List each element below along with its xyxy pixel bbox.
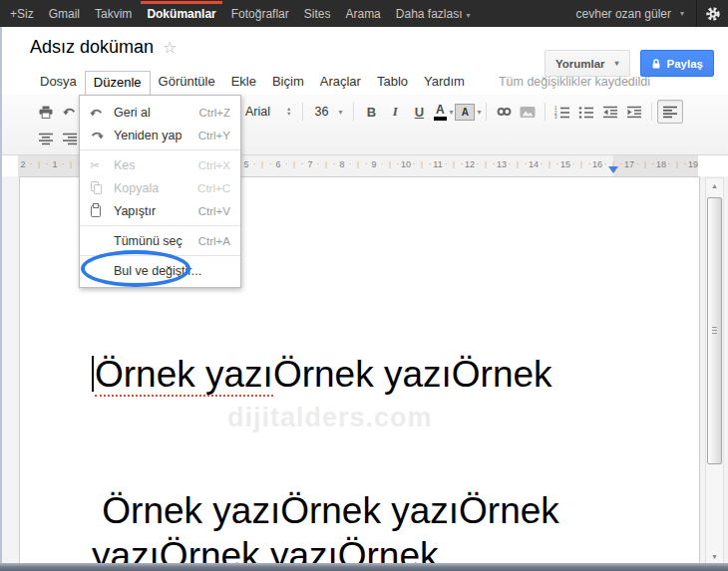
ruler-tick: ·: [541, 158, 544, 168]
ruler-tick: |: [421, 159, 423, 168]
font-size-select[interactable]: 36 ▾: [308, 105, 348, 119]
ruler-tick: ·: [317, 158, 320, 168]
bulleted-list-button[interactable]: [574, 101, 598, 123]
ruler-tick: ·: [509, 158, 512, 168]
align-left-button[interactable]: [657, 100, 683, 124]
ruler-tick: ·: [572, 158, 575, 168]
bulleted-list-icon: [578, 106, 594, 119]
menubar-item-dosya[interactable]: Dosya: [32, 71, 85, 92]
google-docs-window: +SizGmailTakvimDokümanlarFotoğraflarSite…: [0, 0, 728, 571]
edit-menu-item-bul-ve-degistir[interactable]: Bul ve değiştir...: [80, 259, 240, 282]
right-indent-marker[interactable]: [608, 166, 618, 173]
redo-icon: [90, 129, 114, 143]
topbar-nav: +SizGmailTakvimDokümanlarFotoğraflarSite…: [0, 1, 471, 27]
ruler-tick: |: [485, 159, 487, 168]
menubar-items: DosyaDüzenleGörüntüleEkleBiçimAraçlarTab…: [32, 71, 473, 93]
topbar-item-dokumanlar[interactable]: Dokümanlar: [147, 1, 215, 27]
menubar-item-araclar[interactable]: Araçlar: [312, 71, 369, 92]
numbered-list-button[interactable]: 123: [550, 101, 574, 123]
toolbar-divider: [486, 103, 487, 121]
print-button[interactable]: [34, 101, 58, 123]
ruler-tick: ·: [285, 158, 288, 168]
ruler-tick: ·: [588, 158, 591, 168]
vertical-scrollbar[interactable]: ▲ ▼: [705, 177, 724, 565]
ruler-number: 11: [433, 159, 442, 169]
ruler-tick: ·: [413, 158, 416, 168]
topbar-item-daha-fazlasi[interactable]: Daha fazlası▾: [396, 1, 471, 27]
ruler-number: 14: [529, 159, 539, 169]
edit-menu-item-yapistir[interactable]: YapıştırCtrl+V: [80, 199, 240, 222]
ruler-number: 19: [688, 159, 698, 169]
menubar-item-bicim[interactable]: Biçim: [264, 71, 312, 92]
menu-item-label: Yapıştır: [114, 204, 198, 218]
edit-menu-item-yeniden-yap[interactable]: Yeniden yapCtrl+Y: [80, 124, 240, 146]
user-account-menu[interactable]: cevher ozan güler ▾: [564, 7, 696, 21]
ruler-tick: ·: [556, 158, 559, 168]
undo-icon: [63, 106, 77, 118]
share-button[interactable]: Paylaş: [640, 50, 714, 77]
align-right-icon: [62, 133, 78, 145]
scissors-icon: ✂: [90, 158, 114, 172]
topbar-item-arama[interactable]: Arama: [345, 1, 380, 27]
scrollbar-thumb[interactable]: [707, 197, 722, 464]
ruler-tick: |: [580, 159, 582, 168]
menu-item-shortcut: Ctrl+X: [198, 159, 230, 171]
document-title[interactable]: Adsız doküman: [30, 37, 154, 58]
italic-button[interactable]: I: [385, 104, 405, 120]
insert-image-button[interactable]: [516, 101, 540, 123]
font-family-select[interactable]: Arial ▲▼: [239, 105, 297, 119]
gear-icon: [705, 6, 721, 22]
chevron-down-icon[interactable]: ▾: [477, 108, 481, 117]
scroll-down-button[interactable]: ▼: [706, 549, 723, 564]
ruler-tick: ·: [333, 158, 336, 168]
menu-item-shortcut: Ctrl+V: [198, 205, 230, 217]
spinner-icon: ▲▼: [286, 107, 291, 117]
menubar-item-goruntule[interactable]: Görüntüle: [151, 71, 223, 92]
ruler-tick: ·: [477, 158, 480, 168]
link-icon: [497, 106, 512, 118]
misspelled-text[interactable]: Örnek yazı: [95, 354, 273, 397]
ruler-tick: |: [548, 159, 550, 168]
scroll-up-button[interactable]: ▲: [706, 178, 723, 193]
insert-link-button[interactable]: [492, 101, 516, 123]
menubar-item-duzenle[interactable]: Düzenle: [85, 71, 151, 97]
star-icon[interactable]: ☆: [163, 38, 177, 57]
doc-text-line[interactable]: Örnek yazıÖrnek yazıÖrnek: [92, 488, 559, 534]
scrollbar-grip: [712, 327, 717, 334]
increase-indent-button[interactable]: [622, 101, 646, 123]
edit-menu-item-geri-al[interactable]: Geri alCtrl+Z: [80, 101, 240, 124]
text-color-button[interactable]: A: [431, 101, 449, 123]
scroll-down-icon: ▼: [711, 553, 718, 560]
doc-text[interactable]: Örnek yazıÖrnek: [273, 354, 552, 395]
ruler-tick: ·: [429, 158, 432, 168]
ruler-tick: ·: [636, 158, 639, 168]
topbar-item-+siz[interactable]: +Siz: [10, 1, 34, 27]
edit-menu-item-tumunu-sec[interactable]: Tümünü seçCtrl+A: [80, 229, 240, 252]
settings-gear-button[interactable]: [696, 0, 728, 27]
doc-text-line[interactable]: Örnek yazıÖrnek yazıÖrnek: [92, 352, 559, 398]
ruler-number: 16: [592, 159, 602, 169]
ruler-tick: |: [357, 159, 359, 168]
toolbar-divider: [353, 103, 354, 121]
topbar-item-sites[interactable]: Sites: [304, 1, 331, 27]
menubar-item-yardim[interactable]: Yardım: [416, 71, 473, 92]
decrease-indent-button[interactable]: [598, 101, 622, 123]
ruler-tick: ·: [397, 158, 400, 168]
edit-menu: Geri alCtrl+ZYeniden yapCtrl+Y✂KesCtrl+X…: [79, 95, 241, 288]
numbered-list-icon: 123: [554, 106, 570, 119]
align-center-button[interactable]: [34, 128, 58, 149]
menu-item-label: Tümünü seç: [114, 234, 198, 248]
bold-button[interactable]: B: [361, 105, 381, 120]
topbar-item-takvim[interactable]: Takvim: [95, 1, 132, 27]
topbar-item-gmail[interactable]: Gmail: [49, 1, 80, 27]
toolbar-divider: [302, 103, 303, 121]
ruler-tick: ·: [253, 158, 256, 168]
highlight-color-button[interactable]: A: [453, 101, 477, 123]
ruler-tick: |: [70, 159, 72, 168]
comments-button[interactable]: Yorumlar ▾: [545, 50, 630, 77]
menubar-item-tablo[interactable]: Tablo: [369, 71, 416, 92]
menubar-item-ekle[interactable]: Ekle: [223, 71, 264, 92]
topbar-item-fotograflar[interactable]: Fotoğraflar: [231, 1, 289, 27]
underline-button[interactable]: U: [409, 105, 429, 120]
comments-button-label: Yorumlar: [555, 58, 605, 70]
